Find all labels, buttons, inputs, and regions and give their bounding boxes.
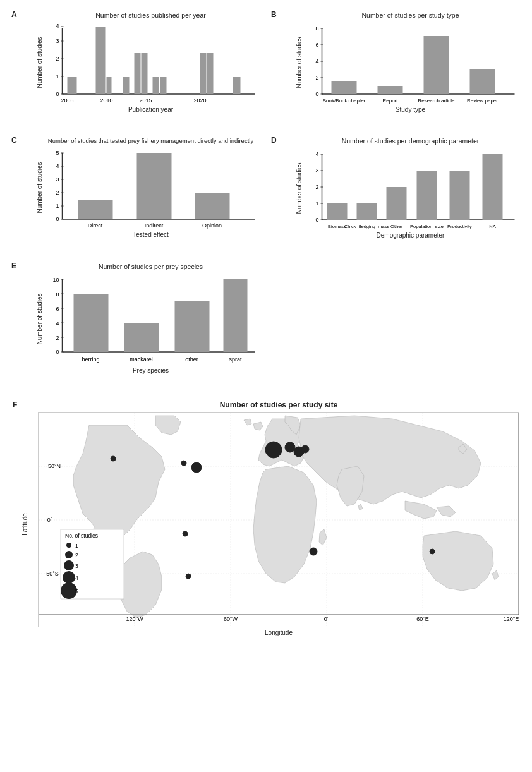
svg-text:No. of studies: No. of studies (65, 533, 98, 539)
bar-2014 (135, 53, 141, 94)
world-map-svg: 50°N 0° 50°S 120°W 60°W 0° 60°E 120°E (39, 413, 519, 627)
bar-mackarel (124, 323, 159, 352)
panel-d-label: D (271, 136, 277, 145)
svg-text:0: 0 (56, 349, 59, 355)
svg-text:mackarel: mackarel (130, 356, 153, 363)
svg-text:1: 1 (56, 73, 59, 80)
svg-text:8: 8 (315, 25, 318, 32)
panel-e-y-label: Number of studies (36, 293, 43, 344)
svg-point-110 (63, 571, 75, 584)
bar-2021 (200, 53, 207, 94)
svg-text:0: 0 (56, 216, 59, 222)
panel-d: D Number of studies per demographic para… (266, 132, 526, 258)
svg-point-106 (65, 551, 73, 558)
bar-report (378, 86, 403, 94)
svg-text:50°S: 50°S (46, 570, 59, 577)
panel-b: B Number of studies per study type Numbe… (266, 6, 526, 132)
map-label-f: F (13, 401, 17, 409)
svg-text:3: 3 (315, 167, 318, 174)
study-point-5 (186, 574, 191, 579)
svg-text:Book/Book chapter: Book/Book chapter (323, 98, 366, 104)
bar-review (470, 69, 495, 94)
panel-e: E Number of studies per prey species Num… (6, 258, 266, 393)
svg-text:Other: Other (390, 224, 402, 229)
svg-text:4: 4 (56, 163, 59, 169)
panel-a-x-label: Publication year (38, 106, 263, 113)
study-point-9 (301, 445, 309, 453)
map-container: 50°N 0° 50°S 120°W 60°W 0° 60°E 120°E (38, 412, 519, 627)
panel-a-y-label: Number of studies (36, 37, 43, 88)
bar-other-e (175, 301, 210, 352)
svg-text:5: 5 (75, 588, 78, 594)
svg-text:4: 4 (56, 23, 59, 29)
panel-b-y-label: Number of studies (296, 37, 303, 88)
svg-text:1: 1 (75, 543, 78, 549)
panel-c-x-label: Tested effect (38, 231, 263, 238)
panel-e-chart: 0 2 4 6 8 10 (38, 273, 263, 365)
svg-text:Biomass: Biomass (328, 224, 346, 229)
bar-2024 (233, 77, 241, 94)
svg-text:1: 1 (56, 203, 59, 209)
empty-cell (266, 258, 526, 393)
bar-sprat (224, 279, 248, 352)
svg-text:5: 5 (56, 150, 59, 156)
svg-text:2: 2 (315, 184, 318, 190)
svg-text:0: 0 (315, 217, 318, 223)
svg-text:2: 2 (56, 335, 59, 341)
svg-text:120°W: 120°W (126, 616, 143, 622)
svg-text:Opinion: Opinion (202, 222, 222, 229)
svg-text:2020: 2020 (193, 97, 206, 104)
panel-e-x-label: Prey species (38, 367, 263, 374)
bar-book (332, 81, 357, 94)
panel-c: C Number of studies that tested prey fis… (6, 132, 266, 258)
svg-text:8: 8 (56, 291, 59, 298)
svg-text:2: 2 (315, 75, 318, 81)
panel-a-chart: 0 1 2 3 4 (38, 21, 263, 104)
map-y-label: Latitude (21, 513, 28, 536)
study-point-1 (111, 456, 116, 461)
bar-2011 (107, 77, 112, 94)
svg-text:Direct: Direct (88, 222, 103, 229)
svg-text:60°E: 60°E (416, 616, 429, 622)
map-section: F Number of studies per study site Latit… (6, 398, 526, 649)
svg-text:NA: NA (489, 224, 495, 229)
svg-text:0°: 0° (47, 517, 53, 523)
svg-text:60°W: 60°W (224, 616, 238, 622)
svg-text:Productivity: Productivity (447, 224, 472, 229)
panel-c-chart: 0 1 2 3 4 5 (38, 147, 263, 229)
svg-text:2010: 2010 (100, 97, 112, 104)
panel-b-chart: 0 2 4 6 8 (298, 21, 523, 104)
bar-population (417, 171, 437, 220)
bar-productivity (450, 171, 470, 220)
svg-text:Report: Report (382, 98, 398, 104)
study-point-7 (285, 442, 295, 452)
panel-b-title: Number of studies per study type (298, 11, 523, 19)
svg-text:2: 2 (56, 56, 59, 62)
svg-text:4: 4 (56, 320, 59, 327)
panel-d-title: Number of studies per demographic parame… (298, 137, 523, 145)
panel-e-title: Number of studies per prey species (38, 263, 263, 270)
bar-2022 (207, 53, 214, 94)
svg-text:2005: 2005 (61, 97, 73, 104)
svg-text:10: 10 (52, 277, 59, 283)
bar-direct (78, 200, 113, 219)
panel-b-x-label: Study type (298, 106, 523, 113)
bar-2013 (123, 77, 130, 94)
bar-2010 (96, 27, 106, 94)
svg-text:4: 4 (75, 575, 78, 581)
study-point-6 (265, 442, 282, 458)
panel-a-title: Number of studies published per year (38, 11, 263, 19)
svg-text:4: 4 (315, 151, 318, 157)
svg-point-108 (64, 560, 74, 570)
map-x-label: Longitude (38, 629, 519, 636)
panel-c-title: Number of studies that tested prey fishe… (38, 137, 263, 144)
svg-text:Chick_fledging_mass: Chick_fledging_mass (344, 224, 390, 229)
svg-text:3: 3 (56, 176, 59, 183)
panel-b-label: B (271, 10, 277, 19)
svg-text:4: 4 (315, 58, 318, 64)
svg-text:0: 0 (56, 91, 59, 97)
bar-indirect (137, 153, 172, 219)
svg-text:Population_size: Population_size (410, 224, 444, 229)
svg-text:6: 6 (315, 42, 318, 48)
svg-text:1: 1 (315, 200, 318, 207)
